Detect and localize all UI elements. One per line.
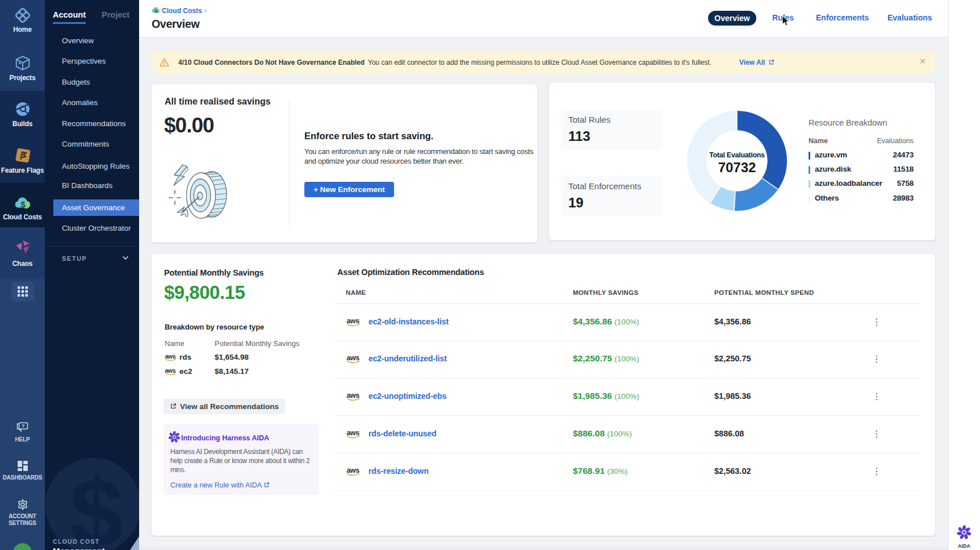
svg-text:$: $ xyxy=(20,199,26,209)
svg-text:$: $ xyxy=(155,9,158,14)
svg-text:?: ? xyxy=(22,423,24,429)
